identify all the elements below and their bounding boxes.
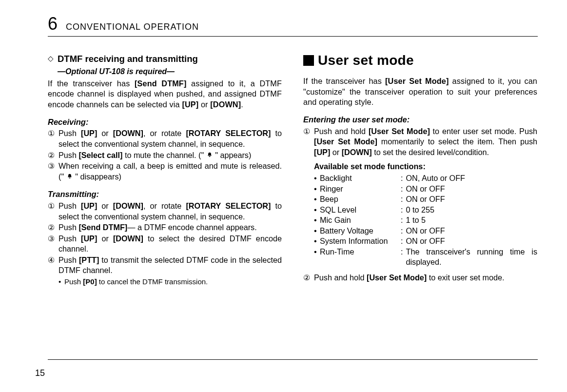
bell-icon [206,151,213,159]
chapter-title: CONVENTIONAL OPERATION [66,22,199,32]
tx-step-3: ③ Push [UP] or [DOWN] to select the desi… [48,234,282,255]
step-number-icon: ① [48,201,59,222]
step-number-icon: ② [303,273,314,283]
step-number-icon: ④ [48,255,59,276]
receiving-head: Receiving: [48,117,282,128]
enter-step-1: ① Push and hold [User Set Mode] to enter… [303,126,537,158]
tx-step-2: ② Push [Send DTMF]— a DTMF encode channe… [48,222,282,233]
rx-step-2: ② Push [Select call] to mute the channel… [48,150,282,161]
func-row-system-info: •System Information :ON or OFF [314,236,537,247]
footer-rule [48,359,538,360]
func-row-backlight: •Backlight :ON, Auto or OFF [314,173,537,184]
diamond-icon: ◇ [48,54,54,63]
right-column: User set mode If the transceiver has [Us… [303,53,537,287]
section-title-dtmf: DTMF receiving and transmitting [58,53,198,65]
rx-step-3: ③ When receiving a call, a beep is emitt… [48,161,282,182]
step-number-icon: ① [303,126,314,158]
left-column: ◇ DTMF receiving and transmitting —Optio… [48,53,282,287]
dtmf-intro: If the transceiver has [Send DTMF] assig… [48,78,282,110]
step-number-icon: ② [48,222,59,233]
section-title-user-set: User set mode [318,51,414,69]
section-subtitle-optional: —Optional UT-108 is required— [58,66,282,77]
bell-icon [66,172,73,181]
tx-sub-bullet: • Push [P0] to cancel the DTMF transmiss… [59,277,282,287]
enter-step-2: ② Push and hold [User Set Mode] to exit … [303,273,537,283]
page-number: 15 [35,368,45,378]
user-set-intro: If the transceiver has [User Set Mode] a… [303,76,537,108]
step-number-icon: ③ [48,161,59,182]
transmitting-head: Transmitting: [48,189,282,200]
header-rule [48,36,538,37]
func-row-mic-gain: •Mic Gain :1 to 5 [314,215,537,226]
section-square-icon [303,55,314,66]
tx-step-1: ① Push [UP] or [DOWN], or rotate [ROTARY… [48,201,282,222]
tx-step-4: ④ Push [PTT] to transmit the selected DT… [48,255,282,276]
available-functions-head: Available set mode functions: [314,161,537,172]
func-row-ringer: •Ringer :ON or OFF [314,184,537,195]
func-row-run-time: •Run-Time :The transceiver's running tim… [314,247,537,268]
entering-head: Entering the user set mode: [303,115,537,125]
header: 6 CONVENTIONAL OPERATION [48,14,538,34]
func-row-beep: •Beep :ON or OFF [314,194,537,205]
step-number-icon: ③ [48,234,59,255]
step-number-icon: ① [48,128,59,149]
rx-step-1: ① Push [UP] or [DOWN], or rotate [ROTARY… [48,128,282,149]
func-row-sql-level: •SQL Level :0 to 255 [314,205,537,216]
step-number-icon: ② [48,150,59,161]
chapter-number: 6 [48,14,57,34]
func-row-battery-voltage: •Battery Voltage :ON or OFF [314,226,537,236]
